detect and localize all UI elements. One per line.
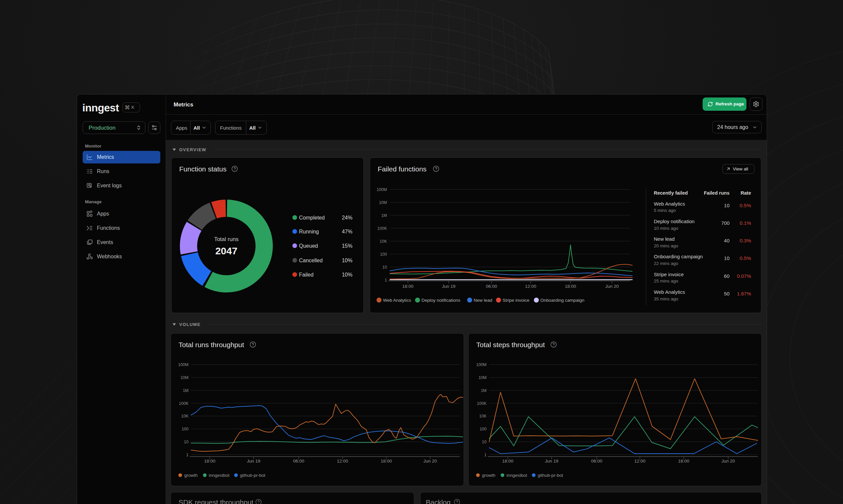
svg-text:Jun 19: Jun 19 (247, 458, 260, 464)
svg-text:Cancelled: Cancelled (299, 258, 323, 263)
svg-text:1M: 1M (381, 213, 387, 218)
svg-text:18:00: 18:00 (381, 458, 392, 464)
svg-text:10K: 10K (181, 414, 189, 418)
svg-text:growth: growth (482, 473, 496, 478)
svg-text:06:00: 06:00 (486, 284, 497, 289)
svg-text:Running: Running (299, 229, 319, 234)
svg-text:24%: 24% (342, 215, 352, 220)
svg-text:06:00: 06:00 (293, 458, 304, 464)
svg-text:18:00: 18:00 (204, 458, 216, 464)
svg-text:Total runs: Total runs (214, 236, 239, 242)
svg-text:10: 10 (184, 440, 189, 444)
svg-text:10M: 10M (180, 375, 189, 380)
svg-text:growth: growth (184, 473, 198, 478)
svg-text:Jun 20: Jun 20 (722, 458, 735, 464)
svg-text:100M: 100M (476, 362, 486, 367)
svg-text:Queued: Queued (299, 243, 318, 249)
svg-text:100K: 100K (377, 226, 387, 231)
svg-text:github-pr-bot: github-pr-bot (538, 473, 563, 478)
svg-text:10M: 10M (479, 375, 486, 380)
svg-text:10K: 10K (479, 414, 487, 418)
svg-text:47%: 47% (342, 229, 352, 234)
svg-text:100K: 100K (477, 401, 487, 406)
svg-text:inngestbot: inngestbot (209, 473, 230, 478)
svg-text:100M: 100M (377, 187, 387, 192)
svg-text:10%: 10% (342, 258, 352, 263)
svg-text:10M: 10M (379, 200, 387, 205)
svg-text:2047: 2047 (216, 245, 238, 256)
svg-text:12:00: 12:00 (634, 458, 646, 464)
svg-text:Failed: Failed (299, 272, 314, 277)
svg-text:Jun 20: Jun 20 (605, 284, 619, 289)
svg-text:18:00: 18:00 (502, 458, 513, 464)
svg-text:18:00: 18:00 (565, 284, 576, 289)
svg-text:100: 100 (182, 427, 189, 431)
svg-text:1: 1 (484, 453, 486, 457)
svg-text:Jun 20: Jun 20 (424, 458, 437, 464)
svg-text:10: 10 (382, 265, 387, 270)
svg-text:12:00: 12:00 (525, 284, 536, 289)
svg-text:New lead: New lead (474, 298, 492, 303)
svg-text:06:00: 06:00 (591, 458, 602, 464)
svg-text:18:00: 18:00 (402, 284, 414, 289)
svg-text:1: 1 (186, 453, 189, 457)
svg-text:1M: 1M (481, 388, 486, 393)
svg-text:100: 100 (380, 252, 387, 257)
svg-text:100K: 100K (179, 401, 189, 406)
svg-text:100: 100 (480, 427, 486, 431)
svg-text:Jun 19: Jun 19 (442, 284, 456, 289)
svg-text:1M: 1M (183, 388, 189, 393)
svg-text:12:00: 12:00 (337, 458, 348, 464)
svg-text:Stripe invoice: Stripe invoice (502, 298, 529, 303)
svg-text:inngestbot: inngestbot (506, 473, 527, 478)
svg-text:18:00: 18:00 (678, 458, 689, 464)
svg-text:1: 1 (385, 278, 387, 283)
svg-text:Deploy notifications: Deploy notifications (422, 298, 460, 303)
svg-text:Completed: Completed (299, 215, 325, 220)
svg-text:Web Analytics: Web Analytics (383, 298, 411, 303)
svg-text:100M: 100M (178, 362, 189, 367)
svg-text:10%: 10% (342, 272, 352, 277)
svg-text:10K: 10K (380, 239, 387, 244)
svg-text:Onboarding campaign: Onboarding campaign (540, 298, 584, 303)
svg-text:10: 10 (482, 440, 486, 444)
svg-text:15%: 15% (342, 243, 352, 249)
svg-text:github-pr-bot: github-pr-bot (240, 473, 265, 478)
svg-text:Jun 19: Jun 19 (545, 458, 558, 464)
